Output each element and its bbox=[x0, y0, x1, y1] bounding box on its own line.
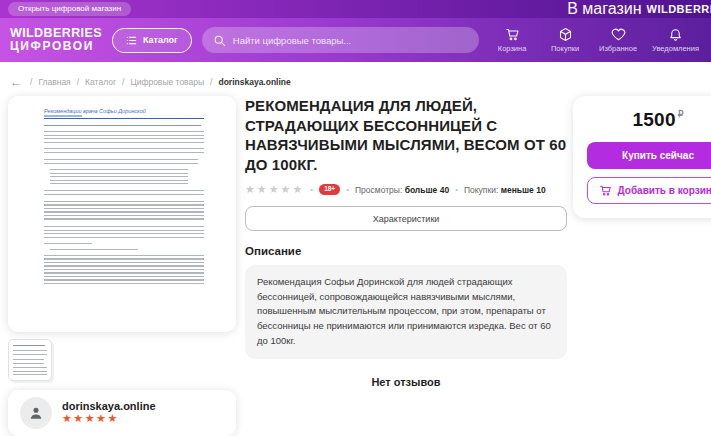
doc-heading: Рекомендации врача Софьи Доринской bbox=[44, 108, 204, 114]
product-preview-image[interactable]: Рекомендации врача Софьи Доринской bbox=[8, 96, 236, 332]
meta-dot: • bbox=[455, 185, 458, 194]
product-title: РЕКОМЕНДАЦИЯ ДЛЯ ЛЮДЕЙ, СТРАДАЮЩИХ БЕССО… bbox=[245, 96, 567, 174]
seller-name: dorinskaya.online bbox=[62, 400, 156, 412]
open-digital-store-button[interactable]: Открыть цифровой магазин bbox=[8, 2, 131, 16]
to-store-label: В магазин bbox=[567, 0, 641, 18]
views-value: больше 40 bbox=[405, 185, 449, 195]
top-strip: Открыть цифровой магазин В магазин WILDB… bbox=[0, 0, 711, 18]
breadcrumb: ← / Главная / Каталог / Цифровые товары … bbox=[10, 76, 711, 88]
product-meta-row: ★★★★★ • 18+ • Просмотры: больше 40 • Пок… bbox=[245, 183, 567, 196]
doc-subheading-placeholder bbox=[44, 115, 82, 117]
wildberries-digital-logo[interactable]: WILDBERRIES ЦИФРОВОИ bbox=[10, 27, 102, 53]
doc-text-placeholder bbox=[44, 148, 204, 155]
seller-info: dorinskaya.online ★★★★★ bbox=[62, 400, 156, 425]
header-nav: Корзина Покупки Избранное bbox=[493, 27, 699, 53]
purchase-card: 1500₽ Купить сейчас Добавить в корзину bbox=[573, 96, 711, 218]
views-label: Просмотры: bbox=[355, 185, 402, 195]
search-bar[interactable] bbox=[202, 27, 479, 53]
person-icon bbox=[27, 404, 45, 422]
logo-line2: ЦИФРОВОИ bbox=[10, 40, 102, 53]
purchases-label: Покупки: bbox=[464, 185, 498, 195]
main-header: WILDBERRIES ЦИФРОВОИ Каталог Корзина bbox=[0, 18, 711, 62]
price-row: 1500₽ bbox=[587, 109, 711, 131]
meta-dot: • bbox=[310, 185, 313, 194]
views-stat: Просмотры: больше 40 bbox=[355, 185, 449, 195]
main-content: Рекомендации врача Софьи Доринской bbox=[8, 96, 711, 436]
breadcrumb-separator: / bbox=[122, 77, 124, 87]
seller-card[interactable]: dorinskaya.online ★★★★★ bbox=[8, 390, 236, 436]
search-icon bbox=[213, 34, 226, 47]
nav-favorites-label: Избранное bbox=[599, 44, 637, 53]
breadcrumb-digital-goods[interactable]: Цифровые товары bbox=[130, 77, 204, 87]
preview-thumbnail[interactable] bbox=[8, 339, 52, 381]
purchases-stat: Покупки: меньше 10 bbox=[464, 185, 546, 195]
cart-icon bbox=[505, 27, 520, 42]
thumb-text-placeholder bbox=[13, 359, 44, 364]
product-info-column: РЕКОМЕНДАЦИЯ ДЛЯ ЛЮДЕЙ, СТРАДАЮЩИХ БЕССО… bbox=[245, 96, 567, 388]
cart-icon bbox=[599, 184, 612, 197]
package-icon bbox=[558, 27, 573, 42]
characteristics-button[interactable]: Характеристики bbox=[245, 206, 567, 231]
heart-icon bbox=[611, 27, 626, 42]
thumb-text-placeholder bbox=[13, 345, 45, 347]
doc-text-placeholder bbox=[44, 243, 92, 245]
nav-purchases[interactable]: Покупки bbox=[546, 27, 584, 53]
nav-cart-label: Корзина bbox=[498, 44, 527, 53]
avatar bbox=[20, 397, 52, 429]
buy-now-button[interactable]: Купить сейчас bbox=[587, 142, 711, 169]
breadcrumb-separator: / bbox=[210, 77, 212, 87]
doc-text-placeholder bbox=[44, 190, 204, 197]
breadcrumb-separator: / bbox=[77, 77, 79, 87]
doc-divider bbox=[44, 118, 204, 119]
price-value: 1500 bbox=[632, 109, 675, 130]
to-store-brand: WILDBERRIES bbox=[647, 3, 711, 15]
to-store-link[interactable]: В магазин WILDBERRIES bbox=[567, 0, 711, 18]
meta-dot: • bbox=[346, 185, 349, 194]
seller-rating-stars: ★★★★★ bbox=[62, 412, 156, 425]
rating-stars: ★★★★★ bbox=[245, 183, 304, 196]
thumb-text-placeholder bbox=[13, 367, 47, 375]
add-to-cart-label: Добавить в корзину bbox=[618, 185, 711, 196]
search-input[interactable] bbox=[233, 35, 468, 46]
nav-cart[interactable]: Корзина bbox=[493, 27, 531, 53]
bell-icon bbox=[668, 27, 683, 42]
doc-text-placeholder bbox=[44, 255, 204, 285]
doc-text-placeholder bbox=[44, 201, 204, 222]
thumb-text-placeholder bbox=[13, 350, 47, 356]
page: Открыть цифровой магазин В магазин WILDB… bbox=[0, 0, 711, 436]
catalog-button[interactable]: Каталог bbox=[112, 28, 192, 53]
doc-text-placeholder bbox=[50, 169, 188, 186]
back-arrow-icon[interactable]: ← bbox=[10, 76, 22, 88]
nav-favorites[interactable]: Избранное bbox=[599, 27, 637, 53]
nav-purchases-label: Покупки bbox=[551, 44, 579, 53]
age-badge: 18+ bbox=[319, 184, 340, 195]
breadcrumb-current: dorinskaya.online bbox=[218, 77, 290, 87]
nav-notifications-label: Уведомления bbox=[652, 44, 699, 53]
doc-text-placeholder bbox=[44, 226, 204, 239]
breadcrumb-home[interactable]: Главная bbox=[38, 77, 70, 87]
doc-text-placeholder bbox=[50, 249, 138, 251]
currency-symbol: ₽ bbox=[678, 109, 684, 119]
doc-text-placeholder bbox=[44, 125, 201, 127]
nav-notifications[interactable]: Уведомления bbox=[652, 27, 699, 53]
purchase-column: 1500₽ Купить сейчас Добавить в корзину bbox=[573, 96, 711, 218]
breadcrumb-catalog[interactable]: Каталог bbox=[85, 77, 116, 87]
doc-text-placeholder bbox=[44, 131, 204, 144]
add-to-cart-button[interactable]: Добавить в корзину bbox=[587, 177, 711, 204]
doc-text-placeholder bbox=[44, 159, 198, 165]
purchases-value: меньше 10 bbox=[501, 185, 546, 195]
list-icon bbox=[126, 35, 137, 46]
no-reviews-label: Нет отзывов bbox=[245, 376, 567, 388]
catalog-button-label: Каталог bbox=[143, 35, 178, 45]
description-text: Рекомендация Софьи Доринской для людей с… bbox=[245, 265, 567, 359]
description-heading: Описание bbox=[245, 245, 567, 257]
breadcrumb-separator: / bbox=[30, 77, 32, 87]
media-column: Рекомендации врача Софьи Доринской bbox=[8, 96, 236, 436]
